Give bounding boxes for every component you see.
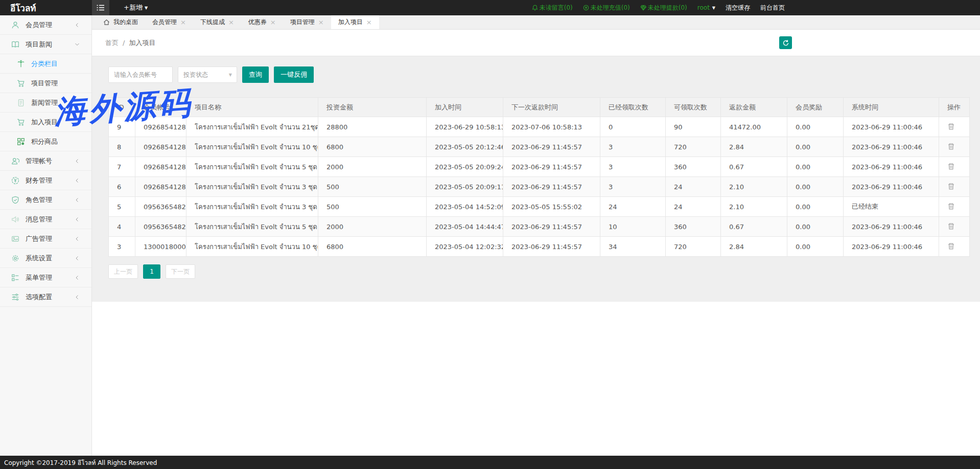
cell-project: โครงการเสาเข็มไฟฟ้า Evolt จำนวน 3 ชุด (186, 197, 318, 217)
cell-amount: 2000 (318, 157, 427, 177)
sidebar-item-project-news[interactable]: 项目新闻 (0, 35, 91, 54)
gem-icon (640, 5, 646, 11)
delete-button[interactable] (947, 222, 955, 230)
breadcrumb-home-link[interactable]: 首页 (105, 38, 119, 48)
cell-refund: 2.84 (721, 237, 787, 257)
tab-member-management[interactable]: 会员管理 × (145, 15, 193, 29)
current-page-button[interactable]: 1 (143, 264, 160, 279)
cell-received: 34 (600, 237, 666, 257)
sidebar-item-label: 菜单管理 (26, 273, 52, 282)
member-account-input[interactable] (108, 66, 173, 83)
delete-button[interactable] (947, 142, 955, 150)
chevron-left-icon (74, 294, 80, 300)
delete-button[interactable] (947, 162, 955, 170)
close-icon[interactable]: × (180, 19, 186, 26)
topbar: อีโวลท์ +新增 ▼ 未读留言(0) 未处理充值(0) 未处理提款(0) (0, 0, 980, 15)
cell-project: โครงการเสาเข็มไฟฟ้า Evolt จำนวน 10 ชุด (186, 237, 318, 257)
sidebar-item-option-config[interactable]: 选项配置 (0, 287, 91, 307)
cell-account: 0956365482 (135, 217, 186, 237)
chevron-left-icon (74, 236, 80, 242)
user-dropdown[interactable]: root ▼ (697, 4, 715, 11)
close-icon[interactable]: × (270, 19, 276, 26)
unread-messages-link[interactable]: 未读留言(0) (532, 4, 573, 12)
sidebar-item-member-management[interactable]: 会员管理 (0, 15, 91, 35)
prev-page-button[interactable]: 上一页 (108, 264, 138, 279)
sidebar-item-ad-management[interactable]: 广告管理 (0, 229, 91, 249)
close-icon[interactable]: × (318, 19, 324, 26)
delete-button[interactable] (947, 182, 955, 190)
sidebar-item-menu-management[interactable]: 菜单管理 (0, 268, 91, 287)
unread-messages-label: 未读留言(0) (540, 4, 573, 12)
cell-join-time: 2023-05-05 20:09:24 (427, 157, 503, 177)
join-project-table: ID 会员帐号 项目名称 投资金额 加入时间 下一次返款时间 已经领取次数 可领… (108, 97, 970, 257)
clear-cache-link[interactable]: 清空缓存 (726, 4, 750, 12)
cell-sys-time: 已经结束 (844, 197, 939, 217)
sidebar-item-project-management[interactable]: 项目管理 (0, 74, 91, 93)
sidebar-item-admin-accounts[interactable]: 管理帐号 (0, 151, 91, 171)
sidebar-item-message-management[interactable]: 消息管理 (0, 210, 91, 229)
sidebar-item-label: 财务管理 (26, 176, 52, 185)
refresh-button[interactable] (779, 36, 792, 49)
collapse-menu-button[interactable] (92, 0, 109, 15)
breadcrumb: 首页 / 加入项目 (92, 30, 980, 56)
cell-reward: 0.00 (787, 137, 844, 157)
tab-project-management[interactable]: 项目管理 × (283, 15, 331, 29)
cell-id: 3 (109, 237, 135, 257)
image-icon (11, 235, 19, 243)
sidebar-item-finance-management[interactable]: 财务管理 (0, 171, 91, 190)
tab-label: 我的桌面 (113, 18, 138, 27)
cell-reward: 0.00 (787, 177, 844, 197)
one-key-rebate-button[interactable]: 一键反佣 (274, 66, 314, 83)
cell-action (939, 217, 970, 237)
sidebar-item-system-settings[interactable]: 系统设置 (0, 249, 91, 268)
cell-refund: 41472.00 (721, 117, 787, 137)
cell-id: 5 (109, 197, 135, 217)
tab-join-project[interactable]: 加入项目 × (331, 15, 379, 29)
cell-amount: 2000 (318, 217, 427, 237)
cell-available: 90 (666, 117, 721, 137)
invest-status-select[interactable]: 投资状态 ▼ (178, 66, 237, 83)
cell-next-time: 2023-06-29 11:45:57 (503, 237, 600, 257)
cell-amount: 6800 (318, 137, 427, 157)
cell-account: 13000180000 (135, 237, 186, 257)
next-page-button[interactable]: 下一页 (166, 264, 195, 279)
close-icon[interactable]: × (228, 19, 234, 26)
tab-coupon[interactable]: 优惠券 × (241, 15, 283, 29)
delete-button[interactable] (947, 202, 955, 210)
tab-downline-commission[interactable]: 下线提成 × (193, 15, 241, 29)
sidebar-item-news-management[interactable]: 新闻管理 (0, 93, 91, 113)
sidebar-item-role-management[interactable]: 角色管理 (0, 190, 91, 210)
cell-reward: 0.00 (787, 117, 844, 137)
sidebar-item-label: 系统设置 (26, 254, 52, 263)
sidebar-item-category-columns[interactable]: 分类栏目 (0, 54, 91, 74)
sidebar-item-join-project[interactable]: 加入项目 (0, 113, 91, 132)
pending-recharge-link[interactable]: 未处理充值(0) (583, 4, 630, 12)
table-header-row: ID 会员帐号 项目名称 投资金额 加入时间 下一次返款时间 已经领取次数 可领… (109, 98, 970, 117)
cell-action (939, 117, 970, 137)
add-new-dropdown[interactable]: +新增 ▼ (124, 3, 148, 12)
sidebar-item-points-goods[interactable]: 积分商品 (0, 132, 91, 151)
chevron-left-icon (74, 216, 80, 222)
cell-action (939, 137, 970, 157)
tab-desktop[interactable]: 我的桌面 (96, 15, 145, 29)
select-value: 投资状态 (183, 71, 208, 79)
cart-icon (17, 118, 25, 126)
col-refund: 返款金额 (721, 98, 787, 117)
content-panel: 投资状态 ▼ 查询 一键反佣 ID 会员帐号 项目名称 (92, 56, 980, 302)
close-icon[interactable]: × (366, 19, 372, 26)
pending-recharge-label: 未处理充值(0) (591, 4, 630, 12)
cell-available: 24 (666, 197, 721, 217)
delete-button[interactable] (947, 242, 955, 250)
front-home-link[interactable]: 前台首页 (760, 4, 785, 12)
main-area: 我的桌面 会员管理 × 下线提成 × 优惠券 × 项目管理 × 加入项目 × (92, 15, 980, 456)
col-project: 项目名称 (186, 98, 318, 117)
col-id: ID (109, 98, 135, 117)
sidebar-item-label: 加入项目 (31, 118, 58, 127)
cell-id: 4 (109, 217, 135, 237)
pending-withdrawal-link[interactable]: 未处理提款(0) (640, 4, 687, 12)
cell-project: โครงการเสาเข็มไฟฟ้า Evolt จำนวน 21ชุด (186, 117, 318, 137)
tab-label: 项目管理 (290, 18, 315, 27)
search-button[interactable]: 查询 (242, 66, 269, 83)
table-row: 8 0926854128 โครงการเสาเข็มไฟฟ้า Evolt จ… (109, 137, 970, 157)
delete-button[interactable] (947, 122, 955, 130)
